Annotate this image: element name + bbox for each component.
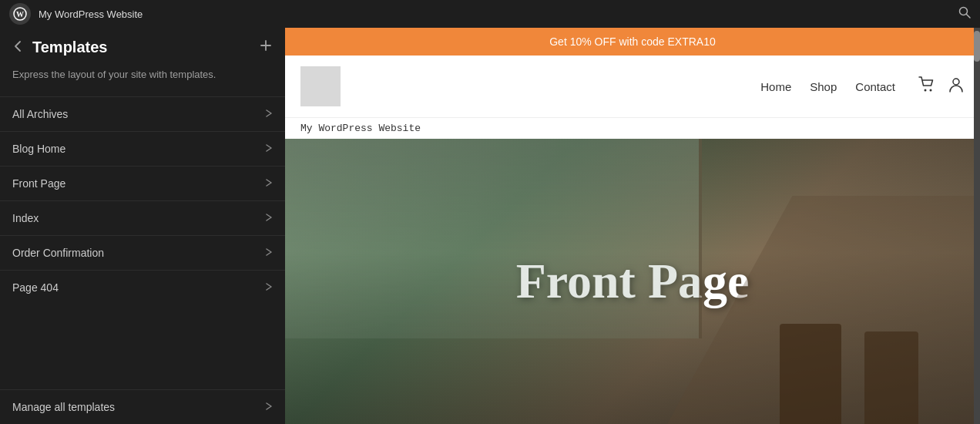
- preview-area: Get 10% OFF with code EXTRA10 Home Shop …: [285, 28, 980, 424]
- chevron-right-icon: [265, 178, 273, 189]
- sidebar-item-order-confirmation[interactable]: Order Confirmation: [0, 235, 285, 270]
- sidebar-item-front-page[interactable]: Front Page: [0, 166, 285, 200]
- sidebar-item-label: All Archives: [12, 108, 265, 120]
- site-logo-placeholder: [300, 66, 341, 106]
- chevron-right-icon: [265, 143, 273, 154]
- top-bar: W My WordPress Website: [0, 0, 980, 28]
- nav-shop[interactable]: Shop: [810, 80, 837, 93]
- user-icon[interactable]: [948, 76, 965, 97]
- sidebar-item-label: Order Confirmation: [12, 247, 265, 259]
- chevron-right-icon: [265, 247, 273, 258]
- sidebar-item-label: Blog Home: [12, 143, 265, 155]
- window-overlay: [285, 139, 702, 338]
- site-title-preview: My WordPress Website: [285, 118, 980, 139]
- manage-templates-item[interactable]: Manage all templates: [0, 389, 285, 424]
- svg-point-6: [925, 89, 927, 91]
- chevron-right-icon: [265, 402, 273, 412]
- chair-shape-1: [780, 324, 841, 424]
- sidebar-item-blog-home[interactable]: Blog Home: [0, 131, 285, 166]
- site-header: Home Shop Contact: [285, 56, 980, 118]
- scrollbar-thumb: [974, 31, 980, 62]
- hero-bg: Front Page: [285, 139, 980, 424]
- hero-area: Front Page: [285, 139, 980, 424]
- back-arrow-icon[interactable]: [12, 40, 25, 56]
- sidebar-item-all-archives[interactable]: All Archives: [0, 96, 285, 131]
- sidebar-item-label: Front Page: [12, 177, 265, 190]
- site-name: My WordPress Website: [39, 8, 143, 20]
- website-preview: Get 10% OFF with code EXTRA10 Home Shop …: [285, 28, 980, 424]
- svg-line-3: [967, 15, 971, 19]
- preview-scrollbar[interactable]: [974, 28, 980, 424]
- nav-contact[interactable]: Contact: [855, 80, 895, 93]
- site-actions: [918, 76, 965, 97]
- sidebar-item-page-404[interactable]: Page 404: [0, 270, 285, 305]
- sidebar-list: All Archives Blog Home Front Page Index: [0, 96, 285, 425]
- sidebar: Templates Express the layout of your sit…: [0, 28, 285, 424]
- svg-point-8: [953, 79, 959, 85]
- search-icon[interactable]: [958, 6, 971, 22]
- sidebar-header: Templates: [0, 28, 285, 67]
- nav-home[interactable]: Home: [760, 80, 791, 93]
- cart-icon[interactable]: [918, 76, 935, 97]
- sidebar-item-label: Index: [12, 212, 265, 224]
- site-nav: Home Shop Contact: [760, 80, 895, 93]
- sidebar-description: Express the layout of your site with tem…: [0, 67, 285, 96]
- chevron-right-icon: [265, 282, 273, 293]
- svg-text:W: W: [16, 10, 24, 19]
- sidebar-item-label: Page 404: [12, 281, 265, 294]
- chair-shape-2: [864, 331, 918, 424]
- chevron-right-icon: [265, 109, 273, 119]
- wp-logo: W: [9, 3, 31, 25]
- promo-banner: Get 10% OFF with code EXTRA10: [285, 28, 980, 56]
- sidebar-item-label: Manage all templates: [12, 401, 265, 413]
- add-icon[interactable]: [259, 39, 273, 56]
- svg-point-7: [930, 89, 932, 91]
- main-area: Templates Express the layout of your sit…: [0, 28, 980, 424]
- sidebar-item-index[interactable]: Index: [0, 200, 285, 235]
- sidebar-title: Templates: [32, 39, 251, 56]
- chevron-right-icon: [265, 213, 273, 224]
